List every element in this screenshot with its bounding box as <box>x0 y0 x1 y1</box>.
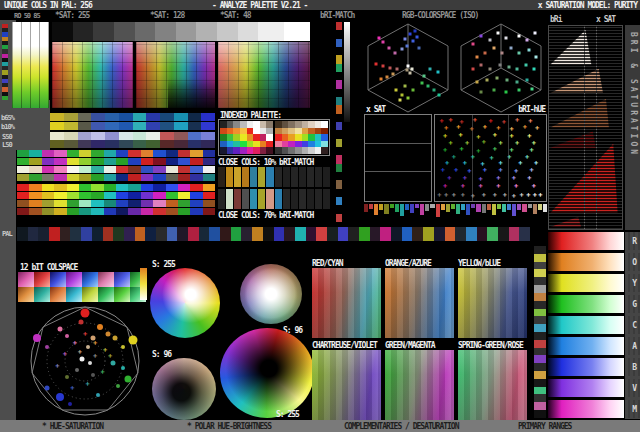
colspace-tile <box>18 287 34 302</box>
grey-steps-strip <box>52 22 310 41</box>
cube1-color-dots <box>368 24 452 108</box>
pal-strip <box>17 227 530 241</box>
strip-label-l50: L50 <box>2 141 12 150</box>
bri-peak-tan <box>549 26 622 229</box>
bri-peak-maroon <box>549 26 622 229</box>
bri-hue-panel: ++++++++++++++++++++++++++++++++++++++++… <box>434 114 547 202</box>
colspace-title: 12 bIT COLSPACE <box>20 263 77 272</box>
mini-gradient-strip <box>140 268 147 300</box>
comp-panel-chartreuse-violet <box>312 350 381 420</box>
range-letter: R <box>632 237 637 246</box>
bri-peak-white <box>549 26 622 229</box>
range-row-red: R <box>548 232 640 250</box>
x-sat-panel <box>364 114 432 202</box>
palette-row <box>220 141 273 148</box>
comp-label-springgreen-rose: SPRING-GREEN/ROSE <box>458 341 523 350</box>
comp-label-orange-azure: ORANGE/AZURE <box>385 259 431 268</box>
colspace-tile <box>50 272 66 287</box>
palette-row <box>220 128 273 135</box>
mini-palette-column <box>336 22 342 222</box>
comp-panel-yellow-blue <box>458 268 527 338</box>
palette-row <box>275 134 328 141</box>
indexed-palette-right-half <box>275 121 328 154</box>
colspace-tile <box>18 272 34 287</box>
close-cols-70-swatches <box>218 189 330 209</box>
palette-row <box>220 121 273 128</box>
bri-hue-panel-label: bRI-hUE <box>518 105 545 114</box>
hue-grid-b <box>136 42 215 108</box>
sat-255-label: *SAT: 255 <box>55 11 89 20</box>
colspace-tile <box>98 287 114 302</box>
bri-match-label: bRI-MATCh <box>320 11 354 20</box>
range-letter: V <box>632 384 637 393</box>
indexed-palette-left-half <box>220 121 273 154</box>
strip-row-2 <box>17 158 215 165</box>
colspace-tile <box>98 272 114 287</box>
chart-divider <box>584 26 585 229</box>
polar-hue-brightness-caption: * POLAR HUE-BRIGHTNESS <box>187 422 271 431</box>
complementaries-caption: COMPLEMENTARIES / DESATURATION <box>344 422 459 431</box>
hue-grid-a <box>52 42 133 108</box>
bottom-status-bar: * HUE-SATURATION * POLAR HUE-BRIGHTNESS … <box>0 420 640 432</box>
grey-gradient-column <box>344 22 350 122</box>
strip-l50 <box>50 140 215 148</box>
range-letter: C <box>632 321 637 330</box>
strip-row-8 <box>17 208 215 215</box>
close-cols-10-swatches <box>218 167 330 187</box>
cube2-color-dots <box>461 24 545 108</box>
range-gradient <box>548 379 624 397</box>
unique-cols-count: UNIQUE COLS IN PAL: 256 <box>4 1 92 10</box>
colspace-tile <box>114 287 130 302</box>
title-bar: UNIQUE COLS IN PAL: 256 - ANALYZE PALETT… <box>0 0 640 10</box>
comp-panel-orange-azure <box>385 268 454 338</box>
strip-s50 <box>50 132 215 140</box>
comp-label-green-magenta: GREEN/MAGENTA <box>385 341 435 350</box>
range-row-blue: B <box>548 358 640 376</box>
sat-48-label: *SAT: 48 <box>220 11 251 20</box>
pal-label: PAL <box>2 230 12 239</box>
range-gradient <box>548 232 624 250</box>
app-title: - ANALYZE PALETTE V2.21 - <box>212 1 307 10</box>
range-letter: M <box>632 405 637 414</box>
strip-row-5 <box>17 184 215 191</box>
bri-peak-red <box>549 26 622 229</box>
strip-label-b65: b65% <box>1 114 14 123</box>
comp-panel-red-cyan <box>312 268 381 338</box>
strip-b65 <box>50 113 215 121</box>
range-gradient <box>548 274 624 292</box>
comp-label-red-cyan: RED/CYAN <box>312 259 343 268</box>
strip-label-b10: b10% <box>1 123 14 132</box>
range-letter: A <box>632 342 637 351</box>
colspace-tile <box>66 272 82 287</box>
colspace-tile <box>34 272 50 287</box>
range-gradient <box>548 337 624 355</box>
palette-row <box>220 134 273 141</box>
x-sat-chart-label: x SAT <box>596 15 615 24</box>
indexed-palette-grid <box>218 119 330 156</box>
x-sat-subpanel-1 <box>365 115 431 144</box>
strip-row-6 <box>17 192 215 199</box>
range-letter: G <box>632 300 637 309</box>
hue-saturation-caption: * HUE-SATURATION <box>42 422 103 431</box>
strip-row-3 <box>17 166 215 173</box>
hue-histogram <box>364 204 547 218</box>
polar-s255-label-b: S: 255 <box>276 410 299 419</box>
range-gradient <box>548 358 624 376</box>
palette-row <box>275 128 328 135</box>
close-cols-70-label: CLOSE COLS: 70% bRI-MATCH <box>218 211 313 220</box>
strip-b10 <box>50 122 215 130</box>
polar-wheel-s255-a <box>150 268 220 338</box>
range-row-azure: A <box>548 337 640 355</box>
range-row-yellow: Y <box>548 274 640 292</box>
x-sat-panel-label: x SAT <box>366 105 385 114</box>
colspace-tile <box>66 287 82 302</box>
comp-panel-springgreen-rose <box>458 350 527 420</box>
range-letter: O <box>632 258 637 267</box>
colspace-tile <box>82 272 98 287</box>
palette-mini-column <box>2 24 8 100</box>
range-letter: B <box>632 363 637 372</box>
saturation-model-label: x SATURATION MODEL: PURITY <box>538 1 637 10</box>
strip-row-4 <box>17 174 215 181</box>
polar-s255-label-a: S: 255 <box>152 260 175 269</box>
sat-128-label: *SAT: 128 <box>150 11 184 20</box>
